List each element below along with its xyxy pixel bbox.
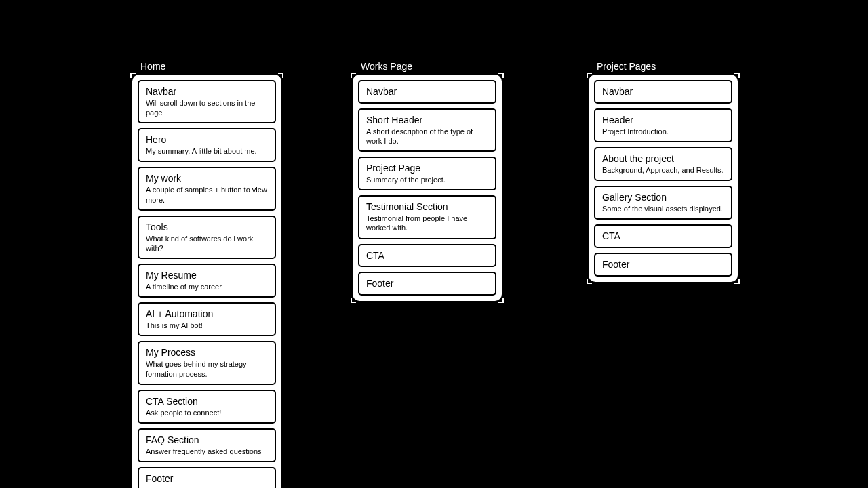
section-card[interactable]: Short Header A short description of the …: [358, 108, 496, 152]
section-title: Navbar: [146, 86, 268, 98]
page-card[interactable]: Navbar Will scroll down to sections in t…: [132, 75, 281, 488]
section-title: About the project: [602, 153, 724, 165]
section-title: Footer: [602, 259, 724, 270]
section-title: Footer: [366, 278, 488, 289]
selection-corner-icon: [587, 279, 592, 284]
section-desc: Some of the visual assets displayed.: [602, 204, 724, 214]
section-title: AI + Automation: [146, 308, 268, 320]
section-card[interactable]: FAQ Section Answer frequently asked ques…: [138, 428, 276, 462]
section-title: Short Header: [366, 115, 488, 126]
selection-corner-icon: [734, 73, 740, 78]
section-desc: Answer frequently asked questions: [146, 447, 268, 456]
section-card[interactable]: CTA Section Ask people to connect!: [138, 390, 276, 424]
page-title: Project Pages: [589, 61, 738, 72]
selection-corner-icon: [278, 73, 283, 78]
section-card[interactable]: CTA: [358, 244, 496, 268]
section-desc: A couple of samples + button to view mor…: [146, 185, 268, 205]
section-card[interactable]: Tools What kind of softwares do i work w…: [138, 216, 276, 259]
section-desc: Testimonial from people I have worked wi…: [366, 214, 488, 233]
section-card[interactable]: About the project Background, Approach, …: [594, 147, 732, 181]
section-desc: What goes behind my strategy formation p…: [146, 359, 268, 379]
section-desc: My summary. A little bit about me.: [146, 146, 268, 156]
section-card[interactable]: My Resume A timeline of my career: [138, 264, 276, 298]
selection-corner-icon: [351, 73, 356, 78]
section-card[interactable]: My Process What goes behind my strategy …: [138, 341, 276, 384]
page-card[interactable]: Navbar Short Header A short description …: [353, 75, 502, 301]
section-card[interactable]: Hero My summary. A little bit about me.: [138, 128, 276, 162]
selection-corner-icon: [498, 298, 504, 303]
section-title: My work: [146, 173, 268, 184]
section-card[interactable]: Testimonial Section Testimonial from peo…: [358, 195, 496, 239]
section-card[interactable]: AI + Automation This is my AI bot!: [138, 302, 276, 336]
section-card[interactable]: Header Project Introduction.: [594, 108, 732, 142]
page-title: Works Page: [353, 61, 502, 72]
section-card[interactable]: Footer: [594, 253, 732, 277]
section-card[interactable]: My work A couple of samples + button to …: [138, 167, 276, 210]
section-title: CTA Section: [146, 396, 268, 407]
section-desc: Ask people to connect!: [146, 408, 268, 418]
section-title: Tools: [146, 222, 268, 233]
section-title: Navbar: [366, 86, 488, 98]
section-desc: A timeline of my career: [146, 282, 268, 291]
page-card-wrapper: Navbar Will scroll down to sections in t…: [132, 75, 281, 488]
page-group-home[interactable]: Home Navbar Will scroll down to sections…: [132, 61, 281, 488]
selection-corner-icon: [130, 73, 136, 78]
section-desc: This is my AI bot!: [146, 321, 268, 330]
section-title: Gallery Section: [602, 192, 724, 203]
section-card[interactable]: Gallery Section Some of the visual asset…: [594, 186, 732, 220]
section-title: Footer: [146, 473, 268, 485]
section-title: Hero: [146, 134, 268, 146]
section-title: Project Page: [366, 163, 488, 174]
selection-corner-icon: [498, 73, 504, 78]
section-title: My Process: [146, 347, 268, 359]
page-card[interactable]: Navbar Header Project Introduction. Abou…: [589, 75, 738, 282]
page-group-works[interactable]: Works Page Navbar Short Header A short d…: [353, 61, 502, 301]
selection-corner-icon: [351, 298, 356, 303]
section-title: CTA: [602, 230, 724, 242]
section-desc: Summary of the project.: [366, 175, 488, 184]
section-title: Navbar: [602, 86, 724, 98]
section-title: CTA: [366, 250, 488, 262]
section-card[interactable]: Footer: [358, 272, 496, 296]
sitemap-canvas[interactable]: Home Navbar Will scroll down to sections…: [0, 0, 868, 488]
section-title: FAQ Section: [146, 434, 268, 446]
section-desc: A short description of the type of work …: [366, 127, 488, 146]
section-card[interactable]: CTA: [594, 224, 732, 248]
section-desc: Project Introduction.: [602, 127, 724, 136]
section-title: Header: [602, 115, 724, 126]
section-title: Testimonial Section: [366, 201, 488, 213]
selection-corner-icon: [734, 279, 740, 284]
section-desc: What kind of softwares do i work with?: [146, 234, 268, 253]
section-desc: Will scroll down to sections in the page: [146, 98, 268, 118]
page-title: Home: [132, 61, 281, 72]
section-desc: Background, Approach, and Results.: [602, 165, 724, 175]
selection-corner-icon: [587, 73, 592, 78]
section-card[interactable]: Project Page Summary of the project.: [358, 157, 496, 190]
section-card[interactable]: Navbar Will scroll down to sections in t…: [138, 80, 276, 123]
section-card[interactable]: Footer: [138, 467, 276, 488]
section-title: My Resume: [146, 270, 268, 281]
page-card-wrapper: Navbar Header Project Introduction. Abou…: [589, 75, 738, 282]
page-card-wrapper: Navbar Short Header A short description …: [353, 75, 502, 301]
page-group-project[interactable]: Project Pages Navbar Header Project Intr…: [589, 61, 738, 282]
section-card[interactable]: Navbar: [594, 80, 732, 104]
section-card[interactable]: Navbar: [358, 80, 496, 104]
